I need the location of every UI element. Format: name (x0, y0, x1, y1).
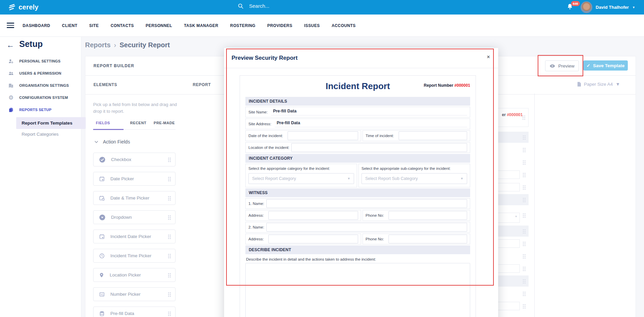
user-gear-icon (8, 58, 14, 64)
drag-handle-icon[interactable] (168, 292, 171, 297)
calendar-icon (99, 234, 105, 240)
close-icon[interactable]: × (487, 54, 490, 60)
witness2-phone-input[interactable] (388, 235, 467, 243)
back-arrow-icon[interactable]: ← (6, 41, 14, 50)
field-card-date-picker[interactable]: Date Picker (93, 172, 176, 186)
nav-issues[interactable]: ISSUES (304, 23, 320, 28)
drag-handle-icon[interactable] (168, 196, 171, 201)
report-category-select[interactable]: Select Report Category ▼ (248, 173, 354, 184)
witness1-name-input[interactable] (266, 199, 467, 208)
field-card-location-picker[interactable]: Location Picker (93, 268, 176, 282)
field-card-date-time-picker[interactable]: Date & Time Picker (93, 191, 176, 205)
sidebar-subitem-report-form-templates[interactable]: Report Form Templates (16, 117, 86, 129)
report-subcategory-select[interactable]: Select Report Sub Category ▼ (361, 173, 467, 184)
sidebar-subitem-report-categories[interactable]: Report Categories (22, 132, 81, 137)
sidebar-item-personal-settings[interactable]: PERSONAL SETTINGS (0, 55, 81, 67)
drag-handle-icon[interactable] (168, 311, 171, 316)
drag-handle-icon[interactable] (522, 279, 526, 284)
nav-task-manager[interactable]: TASK MANAGER (184, 23, 218, 28)
chevron-down-icon: ▼ (515, 215, 517, 218)
witness1-address-input[interactable] (268, 211, 358, 220)
hamburger-menu-icon[interactable] (7, 23, 14, 29)
breadcrumb-separator: › (114, 41, 116, 49)
field-card-checkbox[interactable]: Checkbox (93, 153, 176, 166)
location-of-incident-input[interactable] (291, 143, 467, 152)
nav-dashboard[interactable]: DASHBOARD (23, 23, 50, 28)
drag-handle-icon[interactable] (522, 304, 526, 309)
drag-handle-icon[interactable] (522, 197, 526, 202)
sidebar-item-users-permission[interactable]: USERS & PERMISSION (0, 67, 81, 79)
field-card-incident-time-picker[interactable]: Incident Time Picker (93, 249, 176, 263)
number-icon: 12 (99, 291, 105, 297)
field-card-pre-fill-data[interactable]: Pre-fill Data (93, 307, 176, 317)
drag-handle-icon[interactable] (168, 177, 171, 181)
nav-personnel[interactable]: PERSONNEL (146, 23, 172, 28)
field-card-number-picker[interactable]: 12 Number Picker (93, 287, 176, 301)
time-of-incident-input[interactable] (399, 131, 467, 140)
field-label: Location Picker (110, 272, 168, 278)
field-card-incident-date-picker[interactable]: Incident Date Picker (93, 230, 176, 243)
date-of-incident-cell: Date of the incident: (245, 130, 361, 141)
search-input[interactable] (248, 3, 351, 9)
action-fields-group-toggle[interactable]: Action Fields (95, 139, 130, 144)
drag-handle-icon[interactable] (522, 115, 526, 120)
witness2-phone-label: Phone No: (366, 237, 384, 241)
drag-handle-icon[interactable] (522, 254, 526, 259)
brand-logo[interactable]: cerely (7, 3, 38, 12)
drag-handle-icon[interactable] (522, 160, 526, 165)
nav-accounts[interactable]: ACCOUNTS (331, 23, 355, 28)
drag-handle-icon[interactable] (522, 229, 526, 234)
nav-site[interactable]: SITE (89, 23, 99, 28)
drag-handle-icon[interactable] (522, 266, 526, 271)
group-label: Action Fields (103, 139, 130, 144)
sidebar-item-configuration-system[interactable]: ⚙ CONFIGURATION SYSTEM (0, 91, 81, 104)
drag-handle-icon[interactable] (522, 291, 526, 296)
witness2-address-input[interactable] (268, 235, 358, 243)
field-card-dropdown[interactable]: Dropdown (93, 210, 176, 224)
breadcrumb-reports[interactable]: Reports (85, 41, 111, 49)
preview-button[interactable]: Preview (545, 60, 579, 71)
drag-handle-icon[interactable] (522, 213, 526, 218)
drag-handle-icon[interactable] (522, 241, 526, 246)
site-name-label: Site Name: (248, 110, 268, 114)
drag-handle-icon[interactable] (168, 273, 171, 278)
drag-handle-icon[interactable] (168, 157, 171, 162)
tab-pre-made[interactable]: PRE-MADE (153, 121, 176, 129)
chevron-down-icon (95, 141, 98, 143)
section-header-incident-category: INCIDENT CATEGORY (245, 154, 470, 163)
drag-handle-icon[interactable] (168, 215, 171, 220)
nav-rostering[interactable]: ROSTERING (230, 23, 256, 28)
user-menu[interactable]: David Thalhofer ▼ (581, 0, 635, 15)
avatar (581, 1, 592, 13)
category-placeholder: Select Report Category (252, 176, 296, 181)
witness1-name-label: 1. Name: (248, 202, 264, 206)
sidebar-item-reports-setup[interactable]: REPORTS SETUP (0, 104, 81, 116)
drag-handle-icon[interactable] (168, 234, 171, 239)
nav-providers[interactable]: PROVIDERS (267, 23, 292, 28)
field-label: Incident Date Picker (110, 234, 168, 239)
drag-handle-icon[interactable] (522, 173, 526, 177)
chevron-down-icon: ▼ (632, 6, 635, 9)
report-paper: Incident Report Report Number #000001 IN… (240, 75, 476, 317)
drag-handle-icon[interactable] (522, 135, 526, 140)
paper-size-dropdown[interactable]: Paper Size A4 ▼ (577, 82, 620, 87)
drag-handle-icon[interactable] (168, 254, 171, 258)
date-of-incident-label: Date of the incident: (248, 134, 283, 138)
nav-client[interactable]: CLIENT (62, 23, 78, 28)
witness1-phone-input[interactable] (388, 211, 467, 220)
tab-recent[interactable]: RECENT (130, 121, 147, 129)
svg-text:1: 1 (101, 293, 102, 295)
sidebar-item-organisation-settings[interactable]: ORGANISATION SETTINGS (0, 79, 81, 91)
describe-incident-textarea[interactable] (245, 263, 470, 317)
nav-contacts[interactable]: CONTACTS (111, 23, 134, 28)
drag-handle-icon[interactable] (522, 148, 526, 152)
drag-handle-icon[interactable] (522, 185, 526, 190)
report-title-bar: Incident Report Report Number #000001 (245, 76, 470, 96)
save-template-button[interactable]: ✓ Save Template (583, 60, 628, 71)
sidebar-list: PERSONAL SETTINGS USERS & PERMISSION ORG… (0, 55, 81, 137)
field-label: Checkbox (111, 157, 168, 162)
witness2-name-input[interactable] (266, 223, 467, 232)
notifications-button[interactable]: 646 (566, 3, 580, 12)
date-of-incident-input[interactable] (288, 131, 358, 140)
tab-fields[interactable]: FIELDS (93, 121, 124, 130)
